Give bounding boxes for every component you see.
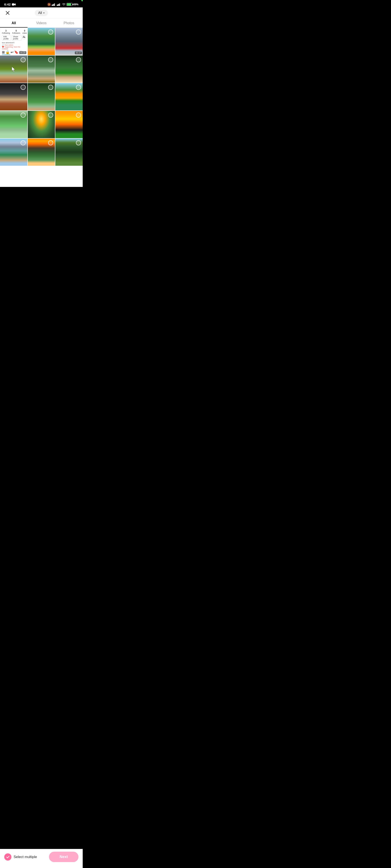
list-item[interactable]: 3 Following 0 Followers 0 Likes Edit pro… [0, 28, 27, 55]
svg-rect-2 [52, 5, 52, 6]
duration-badge: 00:37 [75, 52, 82, 54]
close-button[interactable] [4, 9, 11, 16]
signal-icon-2 [57, 3, 61, 6]
profile-thumbnail-row [2, 54, 25, 55]
status-bar: 6:42 🔕 89% [0, 0, 83, 7]
status-time-group: 6:42 [4, 3, 16, 6]
select-circle[interactable] [21, 85, 26, 90]
svg-point-12 [23, 36, 24, 37]
svg-rect-5 [54, 3, 55, 6]
svg-rect-9 [59, 3, 60, 6]
svg-rect-8 [59, 4, 59, 6]
profile-action-buttons: Edit profile Share profile [2, 35, 25, 40]
bookmark-icon: 🔖 [14, 50, 19, 54]
following-count: 3 [2, 30, 10, 32]
profile-bio: love adventure!!! [2, 42, 25, 44]
orders-tag: 🛒 Your orders [2, 44, 13, 46]
tab-all[interactable]: All [0, 19, 28, 28]
likes-label: Likes [23, 32, 27, 34]
top-nav: All ▾ [0, 7, 83, 19]
support-tag: ❤️ Supporting: Save the Children [2, 46, 25, 50]
status-time: 6:42 [4, 3, 10, 6]
list-item[interactable] [0, 83, 27, 111]
select-circle[interactable] [21, 113, 26, 118]
list-item[interactable] [0, 56, 27, 83]
list-item[interactable] [28, 83, 55, 111]
select-circle[interactable] [48, 29, 53, 35]
duration-badge: 00:29 [19, 51, 26, 54]
wifi-icon [62, 3, 66, 6]
select-circle[interactable] [76, 29, 81, 35]
list-item[interactable] [28, 111, 55, 138]
list-item[interactable] [0, 138, 27, 166]
likes-count: 0 [23, 30, 27, 32]
select-circle[interactable] [21, 57, 26, 62]
select-circle[interactable] [76, 140, 81, 145]
profile-thumb [2, 54, 10, 55]
select-circle[interactable] [48, 85, 53, 90]
battery-pct: 89% [73, 3, 79, 6]
filter-dropdown[interactable]: All ▾ [35, 10, 48, 16]
filter-label: All [38, 11, 42, 15]
list-item[interactable] [55, 83, 83, 111]
following-label: Following [2, 32, 10, 34]
tab-videos[interactable]: Videos [28, 19, 55, 28]
grid-view-icon: ⊞ [2, 50, 5, 54]
profile-support-tag: ❤️ Supporting: Save the Children [2, 46, 25, 50]
profile-tags: 🛒 Your orders [2, 44, 25, 46]
tab-bar: All Videos Photos [0, 19, 83, 28]
select-circle[interactable] [48, 113, 53, 118]
battery-green-dot [82, 0, 83, 1]
list-item[interactable] [28, 56, 55, 83]
list-item[interactable]: 00:37 [55, 28, 83, 55]
list-item[interactable] [55, 138, 83, 166]
media-grid: 3 Following 0 Followers 0 Likes Edit pro… [0, 28, 83, 187]
svg-rect-6 [57, 5, 57, 6]
svg-rect-4 [54, 4, 54, 6]
tab-photos[interactable]: Photos [55, 19, 83, 28]
signal-icon [52, 3, 56, 6]
add-friend-button[interactable] [23, 35, 25, 39]
svg-rect-7 [58, 4, 58, 6]
list-item[interactable] [28, 138, 55, 166]
select-circle[interactable] [76, 85, 81, 90]
followers-label: Followers [12, 32, 20, 34]
lock-icon: 🔒 [5, 50, 10, 54]
status-icons: 🔕 89% [47, 3, 79, 6]
select-circle[interactable] [76, 57, 81, 62]
battery-icon [67, 3, 72, 6]
select-circle[interactable] [76, 113, 81, 118]
camera-icon [12, 3, 16, 6]
svg-rect-0 [12, 3, 14, 5]
followers-count: 0 [12, 30, 20, 32]
repost-icon: ↩ [10, 50, 13, 54]
profile-stats: 3 Following 0 Followers 0 Likes [2, 30, 25, 34]
svg-rect-3 [53, 4, 53, 6]
select-circle[interactable] [48, 140, 53, 145]
svg-marker-1 [14, 3, 16, 5]
list-item[interactable] [55, 56, 83, 83]
chevron-down-icon: ▾ [43, 11, 44, 14]
select-circle[interactable] [21, 140, 26, 145]
share-profile-button[interactable]: Share profile [12, 35, 22, 40]
edit-profile-button[interactable]: Edit profile [2, 35, 11, 40]
select-circle[interactable] [48, 57, 53, 62]
list-item[interactable] [28, 28, 55, 55]
list-item[interactable] [0, 111, 27, 138]
mute-icon: 🔕 [47, 3, 51, 6]
list-item[interactable] [55, 111, 83, 138]
